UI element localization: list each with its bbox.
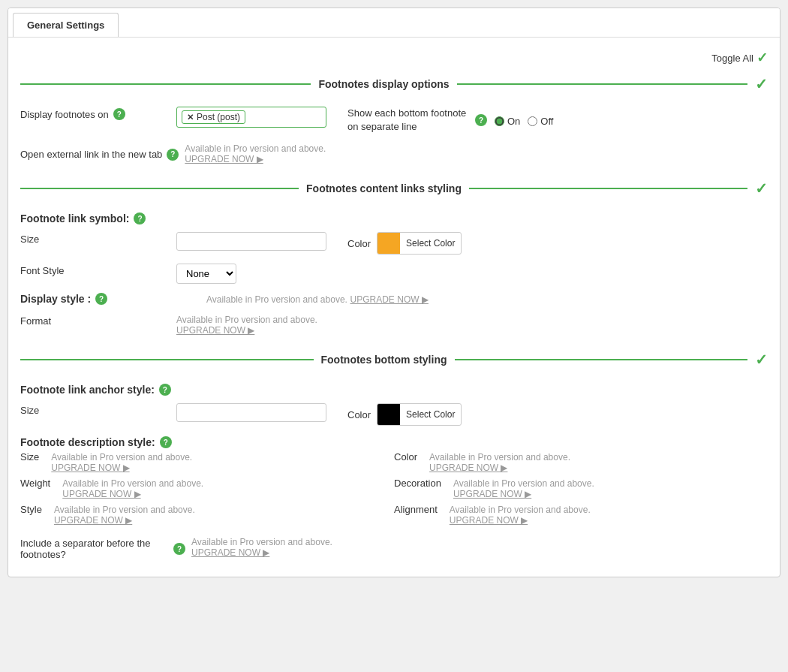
font-style-label: Font Style [20, 265, 65, 276]
desc-alignment-pro-text: Available in Pro version and above. [450, 505, 591, 515]
open-external-upgrade-link[interactable]: UPGRADE NOW ▶ [185, 154, 326, 164]
desc-decoration-upgrade-link[interactable]: UPGRADE NOW ▶ [453, 489, 594, 499]
toggle-all-button[interactable]: Toggle All ✓ [711, 50, 768, 66]
show-bottom-help-icon[interactable]: ? [475, 114, 487, 126]
desc-style-alignment-row: Style Available in Pro version and above… [20, 504, 768, 526]
anchor-size-input[interactable] [176, 403, 326, 422]
content-area: Toggle All ✓ Footnotes display options ✓… [8, 38, 780, 577]
radio-on-text: On [507, 116, 520, 127]
toggle-all-row: Toggle All ✓ [20, 45, 768, 69]
desc-style-pro-text: Available in Pro version and above. [54, 505, 195, 515]
display-footnotes-label: Display footnotes on [20, 109, 109, 120]
display-style-upgrade-link[interactable]: UPGRADE NOW ▶ [350, 294, 429, 305]
radio-off-input[interactable] [528, 116, 537, 126]
separator-label: Include a separator before the footnotes… [20, 538, 169, 560]
anchor-style-help-icon[interactable]: ? [159, 384, 171, 396]
separator-pro-text: Available in Pro version and above. [191, 537, 332, 547]
anchor-size-color-row: Size Color Select Color [20, 399, 768, 430]
anchor-style-title-group: Footnote link anchor style: ? [20, 378, 768, 399]
display-style-pro-text: Available in Pro version and above. [206, 294, 347, 305]
footnote-link-symbol-help-icon[interactable]: ? [134, 212, 146, 225]
display-style-help-icon[interactable]: ? [95, 293, 107, 305]
separator-upgrade-link[interactable]: UPGRADE NOW ▶ [191, 547, 332, 558]
format-label: Format [20, 315, 51, 327]
color-label: Color [347, 238, 371, 249]
footnotes-display-chevron[interactable]: ✓ [755, 75, 768, 93]
open-external-label-group: Open external link in the new tab ? [20, 147, 179, 161]
desc-weight-col: Weight Available in Pro version and abov… [20, 478, 394, 499]
desc-size-label: Size [20, 451, 39, 463]
desc-size-upgrade-link[interactable]: UPGRADE NOW ▶ [51, 463, 192, 473]
content-links-line-left [20, 188, 299, 189]
format-pro-text: Available in Pro version and above. [176, 315, 317, 325]
desc-decoration-col: Decoration Available in Pro version and … [394, 478, 768, 499]
color-group: Color Select Color [347, 232, 462, 255]
footnote-link-symbol-title-group: Footnote link symbol: ? [20, 206, 768, 228]
desc-color-pro-text: Available in Pro version and above. [429, 452, 570, 463]
display-style-label: Display style : [20, 293, 91, 305]
description-style-title-group: Footnote description style: ? [20, 430, 768, 451]
display-footnotes-help-icon[interactable]: ? [113, 108, 125, 120]
desc-decoration-pro-text: Available in Pro version and above. [453, 478, 594, 489]
content-links-chevron[interactable]: ✓ [755, 179, 768, 197]
anchor-color-select-button[interactable]: Select Color [377, 403, 462, 426]
font-style-select[interactable]: None [176, 264, 236, 284]
tag-value: Post (post) [197, 112, 240, 122]
section-line-left [20, 83, 311, 85]
anchor-size-label: Size [20, 405, 39, 416]
description-style-title: Footnote description style: [20, 436, 155, 448]
post-tag: ✕ Post (post) [182, 110, 245, 124]
display-footnotes-row: Display footnotes on ? ✕ Post (post) Sho… [20, 102, 768, 138]
desc-color-pro-info: Available in Pro version and above. UPGR… [429, 451, 570, 473]
open-external-help-icon[interactable]: ? [167, 149, 179, 161]
font-style-label-group: Font Style [20, 264, 170, 276]
content-links-title: Footnotes content links styling [306, 182, 462, 194]
separator-help-icon[interactable]: ? [173, 543, 185, 555]
desc-style-pro-info: Available in Pro version and above. UPGR… [54, 504, 195, 526]
toggle-all-label: Toggle All [711, 53, 753, 64]
separator-row: Include a separator before the footnotes… [20, 532, 768, 565]
desc-weight-upgrade-link[interactable]: UPGRADE NOW ▶ [62, 489, 203, 499]
content-links-line-right [469, 188, 747, 189]
format-label-group: Format [20, 314, 170, 327]
toggle-all-check-icon: ✓ [756, 50, 768, 66]
display-style-pro-info: Available in Pro version and above. UPGR… [191, 294, 768, 305]
desc-size-pro-info: Available in Pro version and above. UPGR… [51, 451, 192, 473]
radio-off-text: Off [540, 116, 553, 127]
radio-on-input[interactable] [495, 116, 504, 126]
open-external-row: Open external link in the new tab ? Avai… [20, 138, 768, 169]
display-style-left: Display style : ? [20, 293, 185, 305]
desc-weight-pro-text: Available in Pro version and above. [62, 478, 203, 489]
radio-on-label[interactable]: On [495, 116, 520, 127]
tag-remove-icon[interactable]: ✕ [187, 113, 194, 122]
size-color-row: Size Color Select Color [20, 228, 768, 259]
tab-general-settings[interactable]: General Settings [13, 13, 119, 37]
bottom-styling-line-right [455, 359, 748, 360]
desc-color-upgrade-link[interactable]: UPGRADE NOW ▶ [429, 463, 570, 473]
desc-color-label: Color [394, 451, 417, 463]
display-footnotes-tag-input[interactable]: ✕ Post (post) [176, 107, 326, 128]
anchor-size-label-group: Size [20, 403, 170, 416]
color-select-button[interactable]: Select Color [377, 232, 462, 255]
size-input[interactable] [176, 232, 326, 251]
desc-color-col: Color Available in Pro version and above… [394, 451, 768, 473]
desc-alignment-upgrade-link[interactable]: UPGRADE NOW ▶ [450, 515, 591, 526]
font-style-row: Font Style None [20, 259, 768, 288]
footnotes-display-section-header: Footnotes display options ✓ [20, 75, 768, 93]
format-upgrade-link[interactable]: UPGRADE NOW ▶ [176, 325, 317, 336]
desc-style-label: Style [20, 504, 42, 515]
anchor-select-color-label: Select Color [400, 406, 461, 423]
desc-decoration-pro-info: Available in Pro version and above. UPGR… [453, 478, 594, 499]
content-links-section-header: Footnotes content links styling ✓ [20, 179, 768, 197]
bottom-styling-chevron[interactable]: ✓ [755, 351, 768, 369]
show-bottom-label: Show each bottom footnote on separate li… [347, 107, 468, 134]
color-swatch-orange [377, 233, 400, 254]
desc-alignment-label: Alignment [394, 504, 438, 515]
desc-style-upgrade-link[interactable]: UPGRADE NOW ▶ [54, 515, 195, 526]
footnotes-display-title: Footnotes display options [318, 78, 449, 90]
open-external-label: Open external link in the new tab [20, 149, 162, 160]
radio-off-label[interactable]: Off [528, 116, 553, 127]
main-container: General Settings Toggle All ✓ Footnotes … [8, 8, 780, 577]
desc-weight-decoration-row: Weight Available in Pro version and abov… [20, 478, 768, 499]
description-style-help-icon[interactable]: ? [160, 436, 172, 448]
